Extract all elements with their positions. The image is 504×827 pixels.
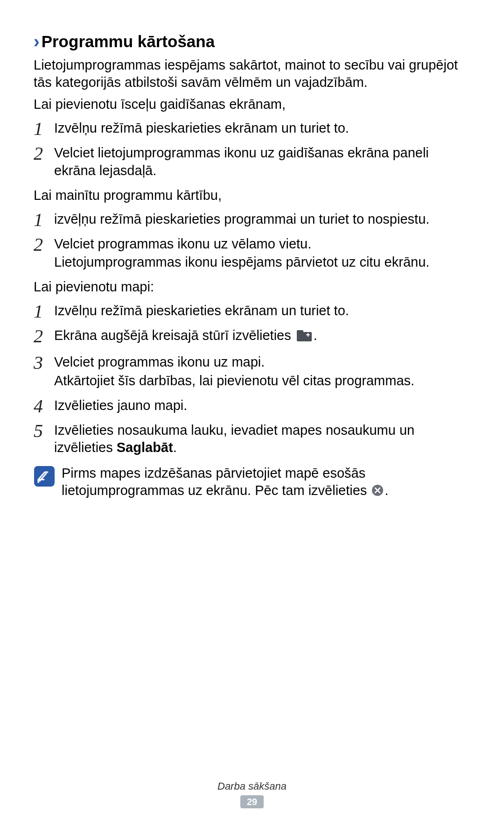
note-text: Pirms mapes izdzēšanas pārvietojiet mapē… — [62, 466, 371, 498]
step-item: 1 Izvēlņu režīmā pieskarieties ekrānam u… — [34, 120, 470, 137]
step-text: Velciet programmas ikonu uz mapi. — [54, 354, 265, 369]
section-heading: ›Programmu kārtošana — [34, 32, 470, 52]
step-text: izvēļņu režīmā pieskarieties programmai … — [54, 212, 429, 226]
step-text: Izvēlņu režīmā pieskarieties ekrānam un … — [54, 303, 349, 318]
step-text: Velciet programmas ikonu uz vēlamo vietu… — [54, 236, 311, 251]
step-item: 2 Velciet lietojumprogrammas ikonu uz ga… — [34, 144, 470, 179]
folder-leadin: Lai pievienotu mapi: — [34, 278, 470, 296]
chevron-right-icon: › — [34, 32, 40, 52]
document-page: ›Programmu kārtošana Lietojumprogrammas … — [0, 0, 504, 827]
folder-steps: 1 Izvēlņu režīmā pieskarieties ekrānam u… — [34, 302, 470, 456]
step-item: 4 Izvēlieties jauno mapi. — [34, 397, 470, 414]
step-number: 1 — [34, 299, 43, 323]
step-text-suffix: . — [314, 328, 317, 343]
step-text: Velciet lietojumprogrammas ikonu uz gaid… — [54, 145, 429, 177]
order-steps: 1 izvēļņu režīmā pieskarieties programma… — [34, 211, 470, 271]
step-text-suffix: . — [173, 440, 177, 455]
step-text: Izvēlieties jauno mapi. — [54, 398, 187, 413]
note-suffix: . — [385, 483, 388, 498]
step-item: 3 Velciet programmas ikonu uz mapi. Atkā… — [34, 353, 470, 389]
shortcut-steps: 1 Izvēlņu režīmā pieskarieties ekrānam u… — [34, 120, 470, 179]
step-item: 2 Velciet programmas ikonu uz vēlamo vie… — [34, 235, 470, 271]
step-subtext: Lietojumprogrammas ikonu iespējams pārvi… — [54, 254, 470, 271]
page-footer: Darba sākšana 29 — [0, 780, 504, 808]
svg-rect-1 — [297, 330, 303, 333]
step-item: 1 Izvēlņu režīmā pieskarieties ekrānam u… — [34, 302, 470, 319]
step-item: 2 Ekrāna augšējā kreisajā stūrī izvēliet… — [34, 327, 470, 346]
folder-add-icon — [296, 329, 312, 346]
step-number: 3 — [34, 351, 43, 375]
step-number: 1 — [34, 208, 43, 232]
heading-text: Programmu kārtošana — [42, 32, 215, 50]
svg-rect-3 — [306, 334, 310, 335]
close-circle-icon — [371, 483, 384, 501]
note-block: between Pirms mapes izdzēšanas pārvietoj… — [34, 465, 470, 501]
footer-label: Darba sākšana — [0, 780, 504, 792]
shortcut-leadin: Lai pievienotu īsceļu gaidīšanas ekrānam… — [34, 96, 470, 113]
step-number: 4 — [34, 394, 43, 418]
step-text-prefix: Ekrāna augšējā kreisajā stūrī izvēlietie… — [54, 328, 295, 343]
step-text-prefix: Izvēlieties nosaukuma lauku, ievadiet ma… — [54, 423, 414, 455]
step-bold: Saglabāt — [117, 440, 173, 455]
step-number: 1 — [34, 117, 43, 141]
intro-paragraph: Lietojumprogrammas iespējams sakārtot, m… — [34, 57, 470, 91]
step-number: 2 — [34, 141, 43, 165]
step-number: 2 — [34, 233, 43, 256]
note-icon: between — [34, 466, 55, 487]
step-subtext: Atkārtojiet šīs darbības, lai pievienotu… — [54, 372, 470, 389]
step-item: 1 izvēļņu režīmā pieskarieties programma… — [34, 211, 470, 228]
order-leadin: Lai mainītu programmu kārtību, — [34, 187, 470, 204]
step-number: 2 — [34, 324, 43, 348]
page-number: 29 — [240, 795, 264, 808]
step-text: Izvēlņu režīmā pieskarieties ekrānam un … — [54, 120, 349, 135]
step-number: 5 — [34, 419, 43, 443]
step-item: 5 Izvēlieties nosaukuma lauku, ievadiet … — [34, 422, 470, 456]
